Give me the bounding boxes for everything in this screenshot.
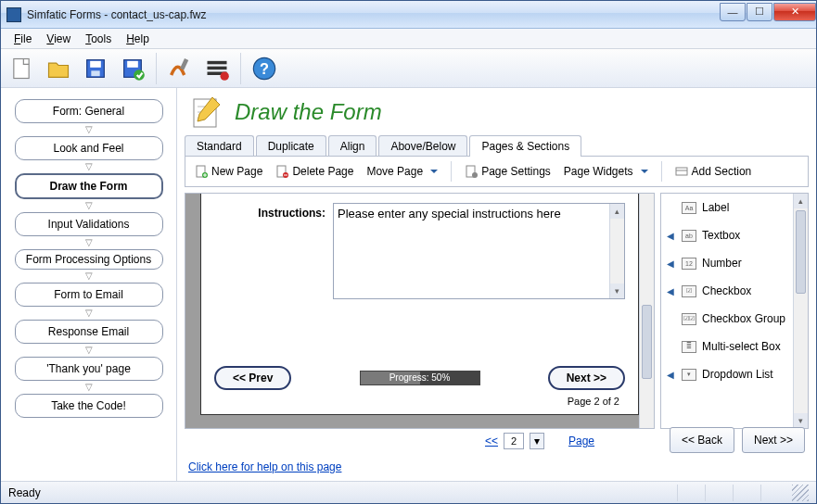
step-form-processing-options[interactable]: Form Processing Options xyxy=(15,249,163,270)
instructions-textarea[interactable]: Please enter any special instructions he… xyxy=(333,203,625,299)
tab-above-below[interactable]: Above/Below xyxy=(378,135,467,157)
close-button[interactable]: ✕ xyxy=(773,3,816,21)
arrow-icon: ▽ xyxy=(85,271,93,281)
add-section-button[interactable]: Add Section xyxy=(675,165,752,178)
help-button[interactable]: ? xyxy=(248,52,281,85)
svg-rect-5 xyxy=(127,60,138,67)
svg-rect-8 xyxy=(208,60,227,64)
svg-text:?: ? xyxy=(260,59,269,76)
tab-pages-sections[interactable]: Pages & Sections xyxy=(469,135,581,157)
page-title: Draw the Form xyxy=(235,99,382,125)
resize-grip[interactable] xyxy=(792,485,809,501)
new-page-button[interactable]: New Page xyxy=(195,165,262,178)
app-window: Simfatic Forms - contact_us-cap.fwz — ☐ … xyxy=(0,0,817,504)
palette-item-checkbox-group[interactable]: ☑☑Checkbox Group xyxy=(661,305,793,333)
tab-duplicate[interactable]: Duplicate xyxy=(256,135,326,157)
svg-rect-9 xyxy=(208,66,227,69)
palette-item-dropdown[interactable]: ◀▾Dropdown List xyxy=(661,360,793,388)
svg-rect-21 xyxy=(676,168,687,175)
svg-rect-0 xyxy=(14,58,29,78)
tabbar: Standard Duplicate Align Above/Below Pag… xyxy=(177,135,816,157)
wizard-sidebar: Form: General ▽ Look and Feel ▽ Draw the… xyxy=(1,88,177,481)
canvas-scrollbar[interactable] xyxy=(639,194,654,428)
arrow-icon: ▽ xyxy=(85,309,93,318)
tab-align[interactable]: Align xyxy=(328,135,377,157)
form-canvas[interactable]: Instructions: Please enter any special i… xyxy=(185,193,655,429)
step-input-validations[interactable]: Input Validations xyxy=(15,212,163,236)
action-button[interactable] xyxy=(200,52,234,85)
page-link[interactable]: Page xyxy=(568,435,594,447)
arrow-icon: ▽ xyxy=(85,346,93,355)
page-settings-button[interactable]: Page Settings xyxy=(465,165,551,178)
draw-form-icon xyxy=(188,94,225,131)
step-take-the-code[interactable]: Take the Code! xyxy=(15,394,163,418)
status-text: Ready xyxy=(8,486,41,499)
arrow-icon: ▽ xyxy=(85,383,93,392)
arrow-icon: ▽ xyxy=(85,125,93,134)
menu-help[interactable]: Help xyxy=(119,31,157,47)
save-as-button[interactable] xyxy=(116,52,149,85)
svg-point-20 xyxy=(472,172,478,178)
svg-rect-3 xyxy=(91,70,99,76)
statusbar: Ready xyxy=(1,481,816,503)
open-file-button[interactable] xyxy=(42,52,75,85)
textarea-scrollbar[interactable]: ▴▾ xyxy=(609,204,624,298)
wizard-next-button[interactable]: Next >> xyxy=(742,427,805,453)
move-page-dropdown[interactable]: Move Page xyxy=(366,165,438,178)
main-panel: Draw the Form Standard Duplicate Align A… xyxy=(177,88,816,481)
page-dropdown[interactable]: ▾ xyxy=(530,433,544,449)
menubar: File View Tools Help xyxy=(1,29,816,49)
window-title: Simfatic Forms - contact_us-cap.fwz xyxy=(27,8,719,21)
palette-item-textbox[interactable]: ◀abTextbox xyxy=(661,221,793,249)
minimize-button[interactable]: — xyxy=(720,3,746,21)
svg-point-6 xyxy=(134,69,145,81)
palette-item-label[interactable]: AaLabel xyxy=(661,194,793,221)
arrow-icon: ▽ xyxy=(85,201,93,210)
new-file-button[interactable] xyxy=(5,52,38,85)
page-count: Page 2 of 2 xyxy=(568,396,619,407)
delete-page-button[interactable]: Delete Page xyxy=(275,165,353,178)
save-button[interactable] xyxy=(79,52,112,85)
tab-standard[interactable]: Standard xyxy=(185,135,254,157)
palette-item-number[interactable]: ◀12Number xyxy=(661,249,793,277)
widget-palette: AaLabel ◀abTextbox ◀12Number ◀☑Checkbox … xyxy=(660,193,809,429)
menu-file[interactable]: File xyxy=(6,31,39,47)
wizard-back-button[interactable]: << Back xyxy=(670,427,734,453)
titlebar: Simfatic Forms - contact_us-cap.fwz — ☐ … xyxy=(1,1,816,29)
progress-bar: Progress: 50% xyxy=(360,371,480,385)
arrow-icon: ▽ xyxy=(85,238,93,247)
step-thank-you-page[interactable]: 'Thank you' page xyxy=(15,357,163,381)
page-number-input[interactable] xyxy=(504,433,524,449)
arrow-icon: ▽ xyxy=(85,162,93,171)
step-response-email[interactable]: Response Email xyxy=(15,320,163,344)
menu-tools[interactable]: Tools xyxy=(78,31,119,47)
first-page-link[interactable]: << xyxy=(485,435,498,447)
pages-toolbar: New Page Delete Page Move Page Page Sett… xyxy=(185,156,809,187)
page-widgets-dropdown[interactable]: Page Widgets xyxy=(564,165,648,178)
maximize-button[interactable]: ☐ xyxy=(747,3,772,21)
page-heading: Draw the Form xyxy=(177,88,816,134)
step-form-to-email[interactable]: Form to Email xyxy=(15,283,163,307)
step-draw-the-form[interactable]: Draw the Form xyxy=(15,173,163,199)
menu-view[interactable]: View xyxy=(39,31,78,47)
form-page[interactable]: Instructions: Please enter any special i… xyxy=(200,194,639,415)
toolbar: ? xyxy=(1,49,816,88)
svg-rect-2 xyxy=(90,60,101,67)
step-form-general[interactable]: Form: General xyxy=(15,99,163,123)
palette-item-checkbox[interactable]: ◀☑Checkbox xyxy=(661,277,793,305)
next-button[interactable]: Next >> xyxy=(548,366,625,390)
step-look-and-feel[interactable]: Look and Feel xyxy=(15,136,163,160)
settings-button[interactable] xyxy=(163,52,197,85)
palette-scrollbar[interactable]: ▴▾ xyxy=(793,194,808,428)
prev-button[interactable]: << Prev xyxy=(214,366,291,390)
svg-rect-7 xyxy=(180,58,188,70)
instructions-label: Instructions: xyxy=(214,203,326,299)
palette-item-multiselect[interactable]: ≣Multi-select Box xyxy=(661,333,793,360)
app-icon xyxy=(6,7,21,22)
svg-point-11 xyxy=(221,71,229,80)
help-link[interactable]: Click here for help on this page xyxy=(177,453,816,481)
